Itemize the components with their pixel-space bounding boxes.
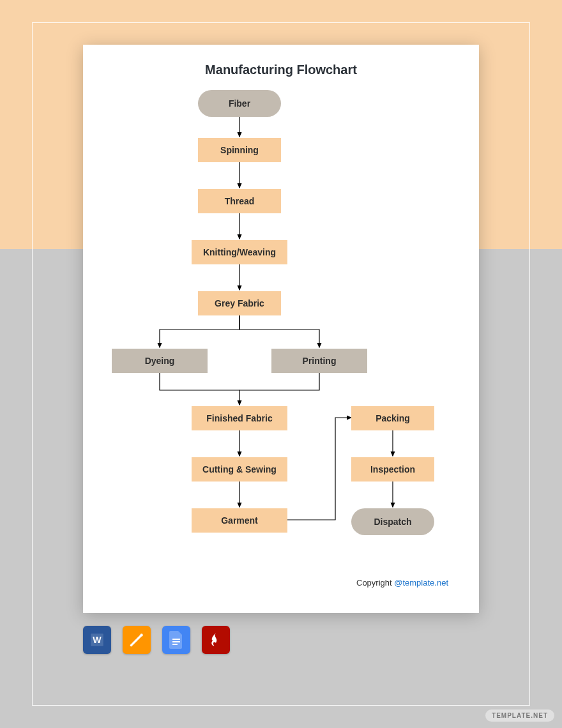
watermark-badge: TEMPLATE.NET [485,709,554,722]
word-icon[interactable]: W [83,626,111,654]
svg-rect-12 [172,641,180,642]
node-cutting-sewing: Cutting & Sewing [192,457,287,482]
node-thread: Thread [198,189,281,213]
format-icons-row: W [83,626,230,654]
node-printing: Printing [271,349,367,373]
copyright-link[interactable]: @template.net [394,578,448,588]
svg-point-10 [140,633,142,636]
node-dispatch: Dispatch [351,508,434,535]
document-page: Manufacturing Flowchart [83,45,479,613]
svg-rect-13 [172,644,178,645]
node-finished-fabric: Finished Fabric [192,406,287,430]
copyright-line: Copyright @template.net [356,578,448,588]
pdf-icon[interactable] [202,626,230,654]
node-garment: Garment [192,508,287,533]
node-fiber: Fiber [198,90,281,117]
pages-icon[interactable] [123,626,151,654]
copyright-prefix: Copyright [356,578,394,588]
flowchart-canvas: Fiber Spinning Thread Knitting/Weaving G… [83,77,479,595]
node-inspection: Inspection [351,457,434,482]
node-spinning: Spinning [198,138,281,162]
svg-rect-11 [172,639,180,640]
node-packing: Packing [351,406,434,430]
page-title: Manufacturing Flowchart [83,63,479,77]
node-knitting-weaving: Knitting/Weaving [192,240,287,264]
svg-text:W: W [93,635,102,645]
node-dyeing: Dyeing [112,349,208,373]
node-grey-fabric: Grey Fabric [198,291,281,315]
google-docs-icon[interactable] [162,626,190,654]
